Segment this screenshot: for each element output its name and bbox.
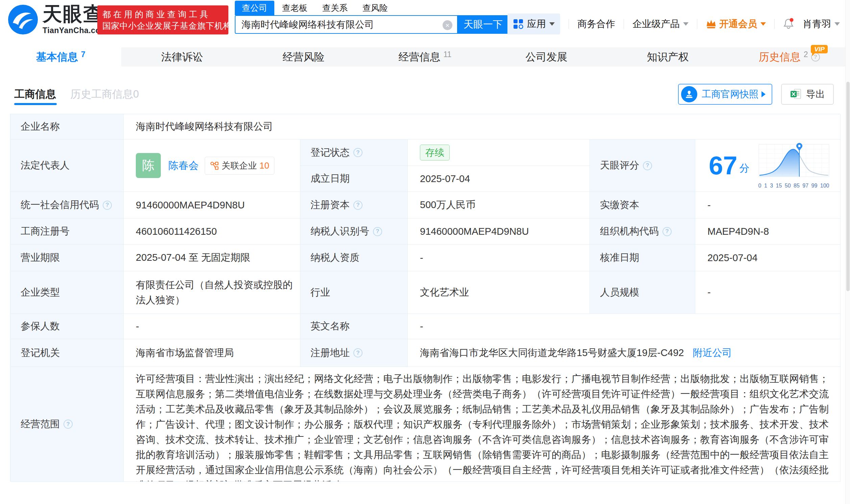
notifications-bell-icon[interactable] (783, 18, 795, 30)
reg-capital-label: 注册资本? (300, 192, 408, 219)
help-icon[interactable]: ? (103, 201, 112, 210)
approval-date-value: 2025-07-04 (695, 245, 840, 271)
english-name-label: 英文名称 (300, 314, 408, 339)
search-button[interactable]: 天眼一下 (458, 15, 508, 34)
subtab-business-registration[interactable]: 工商信息 (14, 87, 56, 101)
score-cell: 67 分 (695, 140, 840, 192)
score-value: 67 (709, 153, 738, 178)
search-input[interactable] (235, 16, 457, 33)
search-tab-risk[interactable]: 查风险 (362, 1, 388, 15)
promo-line2: 国家中小企业发展子基金旗下机构 (102, 20, 223, 32)
tab-company-development[interactable]: 公司发展 (486, 47, 607, 67)
tab-operation-risk[interactable]: 经营风险 (243, 47, 364, 67)
search-tabs: 查公司 查老板 查关系 查风险 (235, 2, 508, 15)
est-date-label: 成立日期 (300, 166, 408, 192)
reg-status-cell: 存续 (408, 140, 590, 166)
search-tab-company[interactable]: 查公司 (235, 1, 274, 15)
header-nav: 应用 商务合作 企业级产品 开通会员 (507, 14, 840, 34)
search-area: 查公司 查老板 查关系 查风险 × 天眼一下 (235, 2, 508, 34)
related-companies-badge[interactable]: 关联企业 10 (205, 157, 274, 175)
org-code-label: 组织机构代码? (590, 219, 695, 245)
reg-number-label: 工商注册号 (11, 219, 124, 245)
credit-code-value: 91460000MAEP4D9N8U (124, 192, 300, 219)
legal-rep-cell: 陈 陈春会 关联企业 10 (124, 140, 300, 192)
company-type-value: 有限责任公司（自然人投资或控股的法人独资） (124, 271, 300, 314)
score-distribution-chart: 0131550859799100 (758, 142, 829, 189)
stamp-icon (681, 86, 697, 102)
vip-badge: VIP (811, 45, 828, 53)
reg-capital-value: 500万人民币 (408, 192, 590, 219)
taxpayer-quality-value: - (408, 245, 590, 271)
main-tabbar: 基本信息 7 法律诉讼 经营风险 经营信息 11 公司发展 知识产权 历史信息 … (0, 47, 850, 67)
apps-label: 应用 (527, 18, 546, 31)
business-scope-label: 经营范围? (11, 367, 124, 482)
staff-size-value: - (695, 271, 840, 314)
apps-menu[interactable]: 应用 (507, 14, 560, 34)
tab-history-info[interactable]: 历史信息 2 ? VIP (729, 47, 850, 67)
est-date-value: 2025-07-04 (408, 166, 590, 192)
status-badge: 存续 (420, 145, 450, 160)
reg-authority-value: 海南省市场监督管理局 (124, 339, 300, 367)
taxpayer-quality-label: 纳税人资质 (300, 245, 408, 271)
logo[interactable]: 天眼查 TianYanCha.com (7, 4, 107, 35)
crown-icon (706, 19, 717, 29)
tianyancha-logo-icon (7, 4, 38, 35)
legal-rep-label: 法定代表人 (11, 140, 124, 192)
clear-search-icon[interactable]: × (442, 20, 452, 30)
user-menu[interactable]: 肖青羽 (803, 18, 840, 31)
search-box: × (235, 15, 458, 34)
org-chart-icon (210, 161, 219, 170)
score-axis: 0131550859799100 (758, 183, 829, 189)
score-label: 天眼评分? (590, 140, 695, 192)
nav-enterprise-products[interactable]: 企业级产品 (632, 18, 688, 31)
nearby-companies-link[interactable]: 附近公司 (693, 346, 732, 360)
company-name-label: 企业名称 (11, 114, 124, 140)
business-scope-value: 许可经营项目：营业性演出；演出经纪；网络文化经营；电子出版物制作；出版物零售；电… (124, 367, 840, 482)
score-unit: 分 (740, 161, 750, 178)
insured-value: - (124, 314, 300, 339)
tab-business-info[interactable]: 经营信息 11 (364, 47, 486, 67)
org-code-value: MAEP4D9N-8 (695, 219, 840, 245)
search-tab-boss[interactable]: 查老板 (282, 1, 307, 15)
taxpayer-id-value: 91460000MAEP4D9N8U (408, 219, 590, 245)
export-button[interactable]: 导出 (781, 84, 834, 105)
chevron-down-icon (683, 22, 688, 26)
staff-size-label: 人员规模 (590, 271, 695, 314)
subtab-active-underline (14, 103, 57, 105)
header: 天眼查 TianYanCha.com 都在用的商业查询工具 国家中小企业发展子基… (0, 0, 850, 41)
tab-legal-litigation[interactable]: 法律诉讼 (121, 47, 242, 67)
help-icon[interactable]: ? (643, 161, 652, 170)
taxpayer-id-label: 纳税人识别号? (300, 219, 408, 245)
arrow-right-icon (761, 91, 765, 97)
tab-basic-info[interactable]: 基本信息 7 (0, 47, 121, 67)
official-snapshot-button[interactable]: 工商官网快照 (678, 84, 772, 105)
legal-rep-link[interactable]: 陈春会 (168, 159, 199, 173)
company-name-value: 海南时代峰峻网络科技有限公司 (124, 114, 840, 140)
table-actions: 工商官网快照 导出 (678, 84, 834, 105)
subtab-history-registration[interactable]: 历史工商信息0 (70, 87, 139, 101)
help-icon[interactable]: ? (354, 348, 362, 357)
company-info-table: 企业名称 海南时代峰峻网络科技有限公司 法定代表人 陈 陈春会 关联企业 10 … (10, 114, 840, 482)
search-tab-relation[interactable]: 查关系 (322, 1, 348, 15)
scrollbar-thumb[interactable] (846, 82, 850, 291)
help-icon[interactable]: ? (373, 227, 382, 236)
reg-address-cell: 海南省海口市龙华区大同街道龙华路15号财盛大厦19层-C492 附近公司 (408, 339, 840, 367)
help-icon[interactable]: ? (64, 419, 73, 429)
help-icon[interactable]: ? (354, 148, 362, 157)
legal-rep-avatar: 陈 (136, 153, 161, 178)
excel-icon (790, 88, 802, 100)
scrollbar-track (845, 0, 850, 504)
business-term-label: 营业期限 (11, 245, 124, 271)
help-icon[interactable]: ? (354, 201, 362, 210)
nav-open-membership[interactable]: 开通会员 (706, 18, 766, 31)
english-name-value: - (408, 314, 840, 339)
nav-cooperation[interactable]: 商务合作 (577, 18, 615, 31)
page: 天眼查 TianYanCha.com 都在用的商业查询工具 国家中小企业发展子基… (0, 0, 850, 504)
credit-code-label: 统一社会信用代码? (11, 192, 124, 219)
paid-capital-label: 实缴资本 (590, 192, 695, 219)
promo-line1: 都在用的商业查询工具 (102, 8, 223, 20)
approval-date-label: 核准日期 (590, 245, 695, 271)
help-icon[interactable]: ? (663, 227, 672, 236)
tab-intellectual-property[interactable]: 知识产权 (607, 47, 728, 67)
chevron-down-icon (760, 22, 766, 26)
